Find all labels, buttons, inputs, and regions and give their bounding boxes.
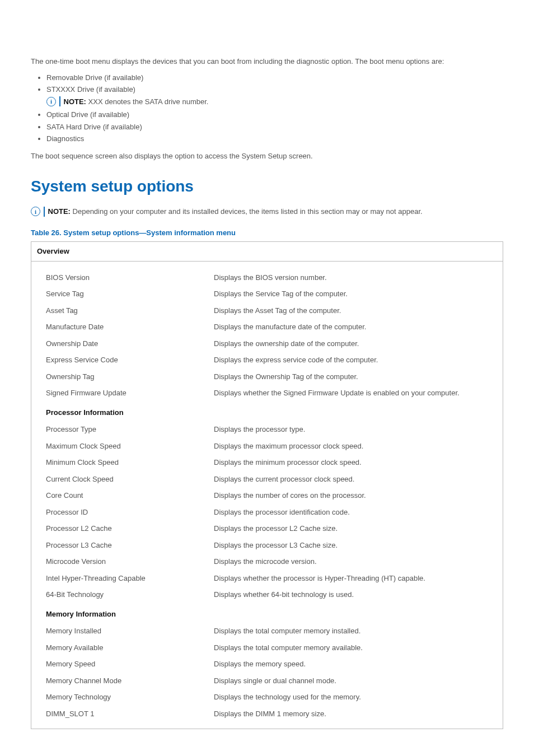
table-row: Current Clock SpeedDisplays the current … bbox=[46, 471, 497, 488]
table-row: Service TagDisplays the Service Tag of t… bbox=[46, 286, 497, 302]
table-row: Intel Hyper-Threading CapableDisplays wh… bbox=[46, 570, 497, 587]
list-item: Diagnostics bbox=[46, 133, 503, 145]
row-label: Express Service Code bbox=[46, 354, 214, 366]
row-value: Displays the Asset Tag of the computer. bbox=[214, 305, 497, 316]
row-label: Current Clock Speed bbox=[46, 474, 214, 485]
row-label: Manufacture Date bbox=[46, 321, 214, 333]
row-value: Displays the Service Tag of the computer… bbox=[214, 288, 497, 300]
table-row: DIMM_SLOT 1Displays the DIMM 1 memory si… bbox=[46, 706, 497, 722]
row-value: Displays the technology used for the mem… bbox=[214, 692, 497, 703]
row-value: Displays the number of cores on the proc… bbox=[214, 490, 497, 501]
table-row: Microcode VersionDisplays the microcode … bbox=[46, 553, 497, 570]
row-value: Displays the memory speed. bbox=[214, 659, 497, 670]
list-item: STXXXX Drive (if available) i NOTE: XXX … bbox=[46, 83, 503, 109]
row-label: Ownership Tag bbox=[46, 371, 214, 382]
note-text: NOTE: XXX denotes the SATA drive number. bbox=[64, 96, 209, 108]
note-body: XXX denotes the SATA drive number. bbox=[86, 97, 208, 106]
table-row: Core CountDisplays the number of cores o… bbox=[46, 487, 497, 504]
table-row: Express Service CodeDisplays the express… bbox=[46, 352, 497, 368]
row-value: Displays the processor type. bbox=[214, 424, 497, 435]
table-row: Asset TagDisplays the Asset Tag of the c… bbox=[46, 302, 497, 319]
row-value: Displays the microcode version. bbox=[214, 556, 497, 567]
table-subheading: Processor Information bbox=[46, 402, 497, 422]
row-label: DIMM_SLOT 1 bbox=[46, 708, 214, 720]
note-label: NOTE: bbox=[64, 97, 86, 106]
list-item: Optical Drive (if available) bbox=[46, 109, 503, 121]
note-text: NOTE: Depending on your computer and its… bbox=[48, 206, 423, 217]
row-value: Displays the total computer memory insta… bbox=[214, 626, 497, 637]
row-label: Processor L2 Cache bbox=[46, 523, 214, 534]
table-row: Memory SpeedDisplays the memory speed. bbox=[46, 656, 497, 673]
note-callout: i NOTE: XXX denotes the SATA drive numbe… bbox=[46, 95, 503, 109]
note-divider bbox=[59, 96, 60, 106]
note-callout: i NOTE: Depending on your computer and i… bbox=[31, 206, 503, 217]
row-label: Processor L3 Cache bbox=[46, 540, 214, 551]
info-icon: i bbox=[46, 97, 56, 106]
table-row: Maximum Clock SpeedDisplays the maximum … bbox=[46, 438, 497, 455]
row-label: Processor Type bbox=[46, 424, 214, 435]
table-row: Processor IDDisplays the processor ident… bbox=[46, 504, 497, 521]
note-label: NOTE: bbox=[48, 207, 71, 216]
row-label: Asset Tag bbox=[46, 305, 214, 316]
table-row: Processor TypeDisplays the processor typ… bbox=[46, 421, 497, 438]
table-header: Overview bbox=[31, 242, 503, 262]
row-label: Memory Channel Mode bbox=[46, 675, 214, 687]
row-value: Displays the total computer memory avail… bbox=[214, 642, 497, 654]
boot-sequence-paragraph: The boot sequence screen also displays t… bbox=[31, 151, 503, 162]
row-value: Displays the processor L3 Cache size. bbox=[214, 540, 497, 551]
row-label: Ownership Date bbox=[46, 338, 214, 349]
intro-paragraph: The one-time boot menu displays the devi… bbox=[31, 56, 503, 67]
table-row: Manufacture DateDisplays the manufacture… bbox=[46, 319, 497, 335]
row-label: Signed Firmware Update bbox=[46, 388, 214, 399]
row-value: Displays the manufacture date of the com… bbox=[214, 321, 497, 333]
table-row: Minimum Clock SpeedDisplays the minimum … bbox=[46, 454, 497, 471]
row-value: Displays the Ownership Tag of the comput… bbox=[214, 371, 497, 382]
row-label: BIOS Version bbox=[46, 272, 214, 283]
row-value: Displays the DIMM 1 memory size. bbox=[214, 708, 497, 720]
row-value: Displays the processor L2 Cache size. bbox=[214, 523, 497, 534]
row-label: Memory Technology bbox=[46, 692, 214, 703]
list-item-label: STXXXX Drive (if available) bbox=[46, 85, 135, 94]
row-value: Displays the current processor clock spe… bbox=[214, 474, 497, 485]
row-label: Memory Installed bbox=[46, 626, 214, 637]
section-heading: System setup options bbox=[31, 175, 503, 198]
row-label: Service Tag bbox=[46, 288, 214, 300]
row-label: Microcode Version bbox=[46, 556, 214, 567]
table-row: Ownership TagDisplays the Ownership Tag … bbox=[46, 368, 497, 385]
page-footer: 108 BIOS setup bbox=[31, 754, 503, 756]
row-value: Displays single or dual channel mode. bbox=[214, 675, 497, 687]
table-row: Signed Firmware UpdateDisplays whether t… bbox=[46, 385, 497, 402]
row-value: Displays the express service code of the… bbox=[214, 354, 497, 366]
list-item: Removable Drive (if available) bbox=[46, 72, 503, 84]
row-value: Displays the BIOS version number. bbox=[214, 272, 497, 283]
note-body: Depending on your computer and its insta… bbox=[71, 207, 423, 216]
table-row: Processor L3 CacheDisplays the processor… bbox=[46, 537, 497, 554]
table-row: 64-Bit TechnologyDisplays whether 64-bit… bbox=[46, 586, 497, 603]
row-value: Displays whether the Signed Firmware Upd… bbox=[214, 388, 497, 399]
row-label: Memory Available bbox=[46, 642, 214, 654]
row-value: Displays the processor identification co… bbox=[214, 507, 497, 518]
row-label: Processor ID bbox=[46, 507, 214, 518]
table-row: Ownership DateDisplays the ownership dat… bbox=[46, 335, 497, 352]
system-info-table: Overview BIOS VersionDisplays the BIOS v… bbox=[31, 241, 503, 729]
boot-options-list: Removable Drive (if available) STXXXX Dr… bbox=[31, 72, 503, 145]
table-body: BIOS VersionDisplays the BIOS version nu… bbox=[31, 262, 503, 729]
table-row: Memory TechnologyDisplays the technology… bbox=[46, 689, 497, 706]
note-divider bbox=[44, 207, 45, 217]
row-value: Displays the maximum processor clock spe… bbox=[214, 441, 497, 452]
row-value: Displays the minimum processor clock spe… bbox=[214, 457, 497, 468]
table-caption: Table 26. System setup options—System in… bbox=[31, 227, 503, 239]
table-row: Memory AvailableDisplays the total compu… bbox=[46, 640, 497, 656]
table-row: Memory Channel ModeDisplays single or du… bbox=[46, 673, 497, 689]
table-subheading: Memory Information bbox=[46, 603, 497, 623]
table-row: Processor L2 CacheDisplays the processor… bbox=[46, 520, 497, 537]
row-label: Core Count bbox=[46, 490, 214, 501]
row-label: Memory Speed bbox=[46, 659, 214, 670]
row-value: Displays the ownership date of the compu… bbox=[214, 338, 497, 349]
row-label: Intel Hyper-Threading Capable bbox=[46, 573, 214, 584]
table-row: Memory InstalledDisplays the total compu… bbox=[46, 623, 497, 640]
row-value: Displays whether the processor is Hyper-… bbox=[214, 573, 497, 584]
table-row: BIOS VersionDisplays the BIOS version nu… bbox=[46, 269, 497, 286]
row-value: Displays whether 64-bit technology is us… bbox=[214, 589, 497, 600]
list-item: SATA Hard Drive (if available) bbox=[46, 121, 503, 133]
